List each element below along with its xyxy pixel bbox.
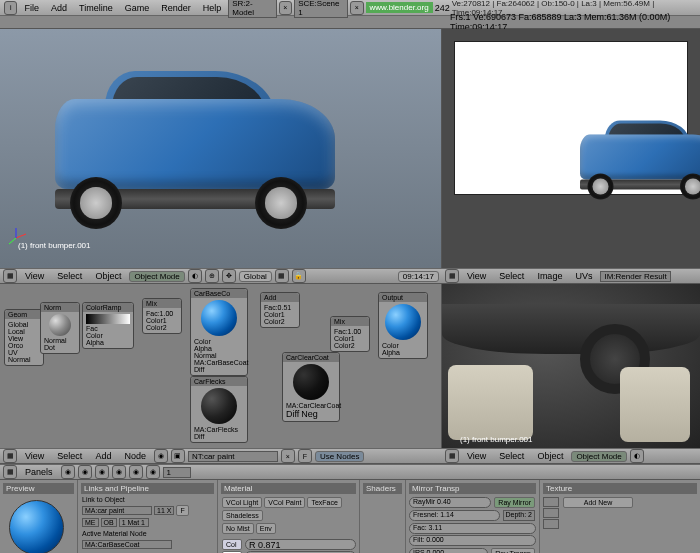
menu-game[interactable]: Game [120, 2, 155, 14]
vp-view[interactable]: View [20, 270, 49, 282]
ob-link[interactable]: OB [101, 518, 117, 527]
material-header[interactable]: Material [221, 483, 356, 494]
material-icon[interactable]: ◉ [154, 449, 168, 463]
vi-view[interactable]: View [462, 450, 491, 462]
env-button[interactable]: Env [256, 523, 276, 534]
context-script-icon[interactable]: ◉ [78, 465, 92, 479]
nodetree-name[interactable]: NT:car paint [188, 451, 278, 462]
editor-type-icon[interactable]: ▦ [445, 269, 459, 283]
mat-fake-user[interactable]: F [176, 505, 188, 516]
links-header[interactable]: Links and Pipeline [81, 483, 214, 494]
tex-slot[interactable] [543, 497, 559, 507]
ne-select[interactable]: Select [52, 450, 87, 462]
mat-index[interactable]: 1 Mat 1 [119, 518, 149, 527]
rv-uvs[interactable]: UVs [570, 270, 597, 282]
ne-add[interactable]: Add [90, 450, 116, 462]
node-mat-basecoat[interactable]: CarBaseCo ColorAlphaNormal MA:CarBaseCoa… [190, 288, 248, 376]
vi-object[interactable]: Object [532, 450, 568, 462]
editor-type-icon[interactable]: ▦ [3, 449, 17, 463]
context-logic-icon[interactable]: ◉ [61, 465, 75, 479]
frame-field[interactable]: 1 [163, 467, 191, 478]
node-material-field[interactable]: MA:CarBaseCoat [82, 540, 172, 549]
close-sce-icon[interactable]: × [350, 1, 363, 15]
node-normal[interactable]: Norm NormalDot [40, 302, 80, 354]
ne-node[interactable]: Node [119, 450, 151, 462]
user-icon[interactable]: F [298, 449, 312, 463]
shading-icon[interactable]: ◐ [188, 269, 202, 283]
irs-slider[interactable]: IRS 0.000 [409, 548, 488, 553]
panels-menu[interactable]: Panels [20, 466, 58, 478]
vcollight-button[interactable]: VCol Light [222, 497, 262, 508]
lock-icon[interactable]: 🔒 [292, 269, 306, 283]
vi-mode-selector[interactable]: Object Mode [571, 451, 626, 462]
info-icon[interactable]: i [4, 1, 17, 15]
menu-help[interactable]: Help [198, 2, 227, 14]
tex-slot[interactable] [543, 519, 559, 529]
vp-select[interactable]: Select [52, 270, 87, 282]
context-scene-icon[interactable]: ◉ [146, 465, 160, 479]
fac-slider[interactable]: Fac: 3.11 [409, 523, 536, 534]
rv-view[interactable]: View [462, 270, 491, 282]
mode-selector[interactable]: Object Mode [129, 271, 184, 282]
r-slider[interactable]: R 0.871 [245, 539, 356, 550]
shaders-header[interactable]: Shaders [363, 483, 402, 494]
depth-field[interactable]: Depth: 2 [503, 510, 535, 521]
texture-header[interactable]: Texture [543, 483, 697, 494]
texface-button[interactable]: TexFace [307, 497, 341, 508]
node-mat-flecks[interactable]: CarFlecks MA:CarFlecksDiff [190, 376, 248, 443]
preview-header[interactable]: Preview [3, 483, 74, 494]
me-link[interactable]: ME [82, 518, 99, 527]
vcolpaint-button[interactable]: VCol Paint [264, 497, 305, 508]
editor-type-icon[interactable]: ▦ [3, 465, 17, 479]
scene-selector[interactable]: SCE:Scene 1 [294, 0, 348, 18]
raymirror-button[interactable]: Ray Mirror [494, 497, 535, 508]
menu-add[interactable]: Add [46, 2, 72, 14]
node-editor[interactable]: Geom GlobalLocal ViewOrco UVNormal Norm … [0, 284, 442, 448]
mirror-header[interactable]: Mirror Transp [409, 483, 536, 494]
node-colorramp[interactable]: ColorRamp FacColorAlpha [82, 302, 134, 349]
ne-view[interactable]: View [20, 450, 49, 462]
node-mix-2[interactable]: Mix Fac:1.00Color1Color2 [330, 316, 370, 352]
vi-select[interactable]: Select [494, 450, 529, 462]
rv-image[interactable]: Image [532, 270, 567, 282]
node-geometry[interactable]: Geom GlobalLocal ViewOrco UVNormal [4, 309, 44, 366]
filt-slider[interactable]: Filt: 0.000 [409, 535, 536, 546]
add-new-texture-button[interactable]: Add New [563, 497, 633, 508]
editor-type-icon[interactable]: ▦ [3, 269, 17, 283]
node-output[interactable]: Output ColorAlpha [378, 292, 428, 359]
screen-selector[interactable]: SR:2-Model [228, 0, 276, 18]
raytransp-button[interactable]: Ray Transp [491, 548, 535, 553]
context-shading-icon[interactable]: ◉ [95, 465, 109, 479]
manipulator-icon[interactable]: ✥ [222, 269, 236, 283]
raymir-slider[interactable]: RayMir 0.40 [409, 497, 491, 508]
context-object-icon[interactable]: ◉ [112, 465, 126, 479]
shadeless-button[interactable]: Shadeless [222, 510, 263, 521]
mat-users[interactable]: 11 X [154, 506, 174, 515]
compositing-icon[interactable]: ▣ [171, 449, 185, 463]
menu-timeline[interactable]: Timeline [74, 2, 118, 14]
fresnel-slider[interactable]: Fresnel: 1.14 [409, 510, 500, 521]
editor-type-icon[interactable]: ▦ [445, 449, 459, 463]
menu-file[interactable]: File [19, 2, 44, 14]
rv-select[interactable]: Select [494, 270, 529, 282]
viewport-interior[interactable]: (1) front bumper.001 [442, 284, 700, 448]
col-swatch[interactable]: Col [222, 539, 242, 550]
close-scr-icon[interactable]: × [279, 1, 292, 15]
shading-icon[interactable]: ◐ [630, 449, 644, 463]
tex-slot[interactable] [543, 508, 559, 518]
material-name-field[interactable]: MA:car paint [82, 506, 152, 515]
nomist-button[interactable]: No Mist [222, 523, 254, 534]
use-nodes-button[interactable]: Use Nodes [315, 451, 365, 462]
pin-icon[interactable]: × [281, 449, 295, 463]
context-editing-icon[interactable]: ◉ [129, 465, 143, 479]
image-selector[interactable]: IM:Render Result [600, 271, 670, 282]
orientation-selector[interactable]: Global [239, 271, 272, 282]
pivot-icon[interactable]: ⊕ [205, 269, 219, 283]
vp-object[interactable]: Object [90, 270, 126, 282]
node-mix[interactable]: Mix Fac:1.00Color1Color2 [142, 298, 182, 334]
menu-render[interactable]: Render [156, 2, 196, 14]
layers-icon[interactable]: ▦ [275, 269, 289, 283]
node-add[interactable]: Add Fac:0.51Color1Color2 [260, 292, 300, 328]
blender-url[interactable]: www.blender.org [366, 2, 433, 13]
render-viewport[interactable] [442, 29, 700, 268]
